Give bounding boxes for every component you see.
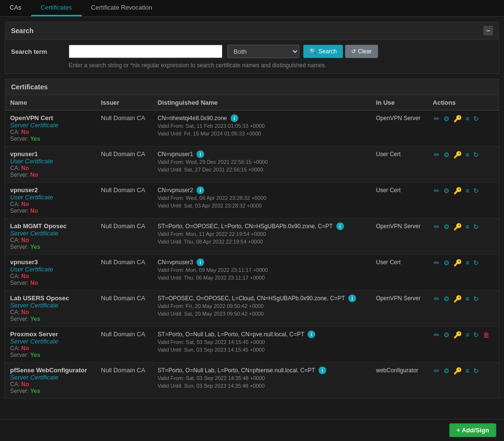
tab-certificate-revocation[interactable]: Certificate Revocation — [82, 0, 162, 16]
edit-icon[interactable]: ✏ — [433, 331, 441, 339]
info-icon[interactable]: i — [336, 222, 344, 230]
export-icon[interactable]: ≡ — [465, 367, 470, 375]
valid-until-label: Valid Until: Sat, 03 Apr 2032 23:28:32 +… — [158, 203, 262, 208]
key-icon[interactable]: 🔑 — [453, 150, 463, 159]
info-icon[interactable]: i — [307, 331, 315, 338]
renew-icon[interactable]: ↻ — [472, 258, 480, 267]
tab-certificates[interactable]: Certificates — [31, 0, 82, 16]
cert-actions: ✏ ⚙ 🔑 ≡ ↻ — [433, 294, 494, 303]
cert-meta-ca: CA: No — [10, 345, 91, 352]
cert-meta-ca: CA: No — [10, 165, 91, 172]
export-icon[interactable]: ≡ — [465, 114, 470, 123]
cert-name: vpnuser3 — [10, 258, 91, 266]
cert-inuse-cell: OpenVPN Server — [371, 110, 428, 147]
export-icon[interactable]: ≡ — [465, 331, 470, 339]
cert-type: User Certificate — [10, 266, 91, 273]
renew-icon[interactable]: ↻ — [472, 114, 480, 123]
in-use-badge: User Cert — [376, 259, 401, 266]
search-input[interactable] — [69, 45, 222, 58]
cert-actions-cell: ✏ ⚙ 🔑 ≡ ↻🗑 — [428, 327, 499, 363]
cert-issuer-cell: Null Domain CA — [96, 255, 153, 291]
valid-from-label: Valid From: Wed, 29 Dec 2021 22:56:15 +0… — [158, 159, 268, 165]
table-row: OpenVPN Cert Server Certificate CA: No S… — [5, 110, 499, 147]
cert-actions: ✏ ⚙ 🔑 ≡ ↻🗑 — [433, 331, 494, 339]
key-icon[interactable]: 🔑 — [453, 331, 463, 339]
cog-icon[interactable]: ⚙ — [443, 186, 451, 195]
info-icon[interactable]: i — [348, 294, 356, 302]
key-icon[interactable]: 🔑 — [453, 367, 463, 375]
renew-icon[interactable]: ↻ — [472, 186, 480, 195]
edit-icon[interactable]: ✏ — [433, 294, 441, 303]
info-icon[interactable]: i — [319, 367, 326, 374]
export-icon[interactable]: ≡ — [465, 186, 470, 195]
cert-dn: CN=vpnuser1 i — [158, 150, 366, 158]
col-actions: Actions — [428, 95, 499, 110]
edit-icon[interactable]: ✏ — [433, 222, 441, 231]
cert-dn: ST=Porto, O=Null Lab, L=Porto, CN=pve.nu… — [158, 331, 366, 338]
edit-icon[interactable]: ✏ — [433, 150, 441, 159]
cert-name-cell: vpnuser2 User Certificate CA: No Server:… — [5, 183, 97, 219]
delete-icon[interactable]: 🗑 — [482, 331, 491, 339]
key-icon[interactable]: 🔑 — [453, 114, 463, 123]
cog-icon[interactable]: ⚙ — [443, 222, 451, 231]
cert-issuer: Null Domain CA — [101, 294, 145, 302]
cert-issuer: Null Domain CA — [101, 186, 145, 194]
key-icon[interactable]: 🔑 — [453, 258, 463, 267]
table-row: vpnuser1 User Certificate CA: No Server:… — [5, 147, 499, 183]
cog-icon[interactable]: ⚙ — [443, 258, 451, 267]
info-icon[interactable]: i — [231, 114, 238, 122]
cog-icon[interactable]: ⚙ — [443, 367, 451, 375]
cert-type: User Certificate — [10, 194, 91, 201]
clear-button[interactable]: ↺ Clear — [345, 45, 378, 58]
cert-name: Proxmox Server — [10, 331, 91, 338]
edit-icon[interactable]: ✏ — [433, 258, 441, 267]
export-icon[interactable]: ≡ — [465, 258, 470, 267]
valid-until-label: Valid Until: Fri, 15 Mar 2024 01:05:33 +… — [158, 131, 261, 136]
renew-icon[interactable]: ↻ — [472, 222, 480, 231]
cert-issuer: Null Domain CA — [101, 222, 145, 230]
edit-icon[interactable]: ✏ — [433, 367, 441, 375]
info-icon[interactable]: i — [197, 186, 204, 194]
cert-name: vpnuser1 — [10, 150, 91, 158]
export-icon[interactable]: ≡ — [465, 222, 470, 231]
edit-icon[interactable]: ✏ — [433, 186, 441, 195]
cert-meta-ca: CA: No — [10, 381, 91, 388]
key-icon[interactable]: 🔑 — [453, 186, 463, 195]
collapse-button[interactable]: − — [483, 26, 493, 36]
renew-icon[interactable]: ↻ — [472, 331, 480, 339]
info-icon[interactable]: i — [197, 150, 204, 158]
search-button[interactable]: 🔍 Search — [303, 45, 343, 58]
table-row: vpnuser3 User Certificate CA: No Server:… — [5, 255, 499, 291]
filter-select[interactable]: Both Name Distinguished Name — [227, 45, 299, 58]
in-use-badge: User Cert — [376, 151, 401, 158]
cert-actions-cell: ✏ ⚙ 🔑 ≡ ↻ — [428, 363, 499, 399]
table-row: pfSense WebConfigurator Server Certifica… — [5, 363, 499, 399]
key-icon[interactable]: 🔑 — [453, 294, 463, 303]
info-icon[interactable]: i — [197, 258, 204, 266]
tab-cas[interactable]: CAs — [0, 0, 31, 16]
add-sign-button[interactable]: + Add/Sign — [449, 423, 496, 437]
cog-icon[interactable]: ⚙ — [443, 331, 451, 339]
cert-issuer-cell: Null Domain CA — [96, 110, 153, 147]
search-hint: Enter a search string or *nix regular ex… — [11, 62, 493, 69]
cog-icon[interactable]: ⚙ — [443, 114, 451, 123]
export-icon[interactable]: ≡ — [465, 294, 470, 303]
cert-dn-cell: CN=nhewtqi4e8.0x90.zone i Valid From: Sa… — [153, 110, 371, 147]
renew-icon[interactable]: ↻ — [472, 294, 480, 303]
edit-icon[interactable]: ✏ — [433, 114, 441, 123]
cert-issuer: Null Domain CA — [101, 150, 145, 158]
valid-until-label: Valid Until: Sun, 03 Sep 2023 14:35:48 +… — [158, 383, 265, 389]
in-use-badge: User Cert — [376, 187, 401, 194]
renew-icon[interactable]: ↻ — [472, 367, 480, 375]
cert-name: Lab USERS Oposec — [10, 294, 91, 302]
export-icon[interactable]: ≡ — [465, 150, 470, 159]
renew-icon[interactable]: ↻ — [472, 150, 480, 159]
cert-meta-server: Server: Yes — [10, 316, 91, 322]
cog-icon[interactable]: ⚙ — [443, 150, 451, 159]
cert-meta-server: Server: Yes — [10, 244, 91, 250]
search-header: Search − — [5, 22, 499, 40]
key-icon[interactable]: 🔑 — [453, 222, 463, 231]
cert-issuer: Null Domain CA — [101, 367, 145, 374]
col-dn: Distinguished Name — [153, 95, 371, 110]
cog-icon[interactable]: ⚙ — [443, 294, 451, 303]
